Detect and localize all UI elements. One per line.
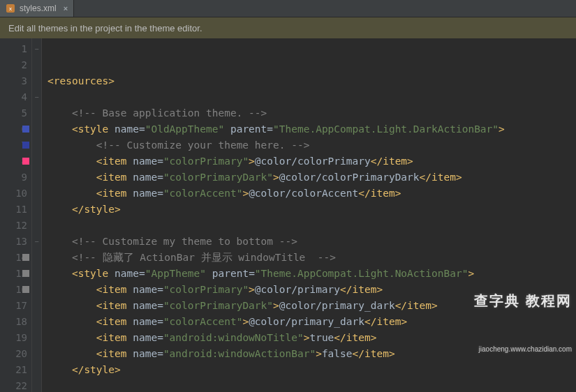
line-number[interactable]: 13	[0, 234, 27, 250]
line-number[interactable]: 2	[0, 57, 27, 73]
line-number[interactable]: 1	[0, 41, 27, 57]
fold-marker[interactable]	[32, 346, 41, 362]
code-line[interactable]: <item name="colorAccent">@color/primary_…	[47, 314, 576, 330]
fold-marker[interactable]	[32, 57, 41, 73]
fold-marker[interactable]: −	[32, 41, 41, 57]
gutter-color-swatch[interactable]	[22, 254, 29, 261]
fold-marker[interactable]	[32, 330, 41, 346]
line-number[interactable]: 21	[0, 362, 27, 378]
code-line[interactable]: <style name="AppTheme" parent="Theme.App…	[47, 266, 576, 282]
fold-marker[interactable]	[32, 298, 41, 314]
code-line[interactable]	[47, 218, 576, 234]
fold-marker[interactable]	[32, 169, 41, 186]
code-line[interactable]: <!-- 隐藏了 ActionBar 并显示 windowTitle -->	[47, 250, 576, 266]
svg-text:x: x	[9, 6, 12, 12]
code-line[interactable]: <style name="OldAppTheme" parent="Theme.…	[47, 121, 576, 137]
code-line[interactable]: <item name="colorPrimaryDark">@color/col…	[47, 169, 576, 186]
gutter-color-swatch[interactable]	[22, 142, 29, 149]
xml-file-icon: x	[6, 3, 15, 13]
fold-marker[interactable]	[32, 362, 41, 378]
code-line[interactable]: </style>	[47, 202, 576, 218]
line-number[interactable]: 14	[0, 250, 27, 266]
code-line[interactable]: <!-- Customize my theme to bottom -->	[47, 234, 576, 250]
code-line[interactable]: <item name="colorPrimary">@color/primary…	[47, 282, 576, 298]
fold-marker[interactable]	[32, 282, 41, 298]
close-icon[interactable]: ×	[64, 4, 68, 13]
line-number[interactable]: 22	[0, 378, 27, 392]
line-number[interactable]: 18	[0, 314, 27, 330]
line-number[interactable]: 12	[0, 218, 27, 234]
code-line[interactable]: <resources>	[47, 73, 576, 89]
code-line[interactable]: <!-- Base application theme. -->	[47, 105, 576, 121]
line-number[interactable]: 3	[0, 73, 27, 89]
fold-marker[interactable]	[32, 186, 41, 202]
line-number[interactable]: 5	[0, 105, 27, 121]
fold-marker[interactable]	[32, 105, 41, 121]
file-tab[interactable]: x styles.xml ×	[0, 0, 74, 17]
fold-marker[interactable]	[32, 218, 41, 234]
fold-marker[interactable]	[32, 266, 41, 282]
tab-bar: x styles.xml ×	[0, 0, 576, 17]
fold-column[interactable]: −−−	[32, 38, 42, 392]
line-number[interactable]: 8	[0, 153, 27, 169]
hint-message: Edit all themes in the project in the th…	[8, 23, 202, 33]
code-line[interactable]: <item name="colorPrimary">@color/colorPr…	[47, 153, 576, 169]
fold-marker[interactable]	[32, 121, 41, 137]
fold-marker[interactable]: −	[32, 234, 41, 250]
fold-marker[interactable]	[32, 314, 41, 330]
code-line[interactable]	[47, 378, 576, 392]
line-number[interactable]: 6	[0, 121, 27, 137]
line-number[interactable]: 9	[0, 169, 27, 186]
fold-marker[interactable]: −	[32, 89, 41, 105]
fold-marker[interactable]	[32, 73, 41, 89]
code-line[interactable]: </style>	[47, 362, 576, 378]
gutter-color-swatch[interactable]	[22, 126, 29, 133]
line-number[interactable]: 17	[0, 298, 27, 314]
editor-area: 12345678910111213141516171819202122 −−− …	[0, 38, 576, 392]
code-line[interactable]: <!-- Customize your theme here. -->	[47, 137, 576, 153]
fold-marker[interactable]	[32, 250, 41, 266]
tab-filename: styles.xml	[20, 3, 57, 13]
line-number-gutter[interactable]: 12345678910111213141516171819202122	[0, 38, 32, 392]
line-number[interactable]: 19	[0, 330, 27, 346]
line-number[interactable]: 7	[0, 137, 27, 153]
fold-marker[interactable]	[32, 378, 41, 392]
code-editor[interactable]: <resources> <!-- Base application theme.…	[42, 38, 576, 392]
fold-marker[interactable]	[32, 202, 41, 218]
code-line[interactable]: <item name="android:windowActionBar">fal…	[47, 346, 576, 362]
fold-marker[interactable]	[32, 153, 41, 169]
line-number[interactable]: 11	[0, 202, 27, 218]
gutter-color-swatch[interactable]	[22, 270, 29, 277]
code-line[interactable]: <item name="colorAccent">@color/colorAcc…	[47, 186, 576, 202]
gutter-color-swatch[interactable]	[22, 158, 29, 165]
line-number[interactable]: 20	[0, 346, 27, 362]
fold-marker[interactable]	[32, 137, 41, 153]
code-line[interactable]: <item name="android:windowNoTitle">true<…	[47, 330, 576, 346]
line-number[interactable]: 16	[0, 282, 27, 298]
code-line[interactable]: <item name="colorPrimaryDark">@color/pri…	[47, 298, 576, 314]
code-line[interactable]	[47, 89, 576, 105]
line-number[interactable]: 10	[0, 186, 27, 202]
line-number[interactable]: 4	[0, 89, 27, 105]
gutter-color-swatch[interactable]	[22, 286, 29, 293]
line-number[interactable]: 15	[0, 266, 27, 282]
hint-bar[interactable]: Edit all themes in the project in the th…	[0, 17, 576, 38]
